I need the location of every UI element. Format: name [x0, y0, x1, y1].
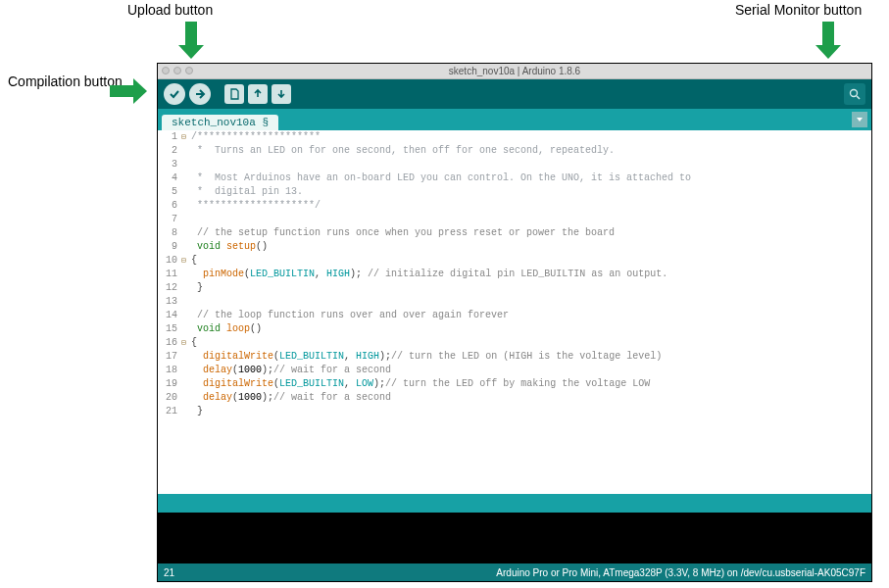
line-number: 4 — [158, 172, 181, 185]
line-number: 17 — [158, 350, 181, 364]
code-line[interactable]: 16⊟{ — [158, 336, 871, 350]
code-line[interactable]: 2 * Turns an LED on for one second, then… — [158, 144, 871, 158]
line-number: 18 — [158, 364, 181, 377]
fold-toggle-icon — [181, 309, 191, 322]
line-number: 5 — [158, 185, 181, 199]
fold-toggle-icon — [181, 172, 191, 185]
code-line[interactable]: 12 } — [158, 281, 871, 295]
minimize-icon[interactable] — [173, 67, 181, 74]
line-number: 1 — [158, 130, 181, 144]
fold-toggle-icon — [181, 364, 191, 377]
serial-monitor-button[interactable] — [844, 83, 865, 105]
code-line[interactable]: 15 void loop() — [158, 322, 871, 336]
line-content[interactable]: digitalWrite(LED_BUILTIN, HIGH);// turn … — [191, 350, 662, 364]
toolbar — [158, 79, 871, 109]
tab-sketch[interactable]: sketch_nov10a § — [162, 115, 278, 130]
line-number: 15 — [158, 322, 181, 336]
line-content[interactable]: * digital pin 13. — [191, 185, 303, 199]
code-line[interactable]: 3 — [158, 158, 871, 172]
fold-toggle-icon — [181, 199, 191, 213]
new-button[interactable] — [224, 84, 244, 104]
anno-upload-label: Upload button — [127, 2, 213, 18]
code-line[interactable]: 5 * digital pin 13. — [158, 185, 871, 199]
fold-toggle-icon — [181, 185, 191, 199]
line-content[interactable]: { — [191, 254, 197, 268]
close-icon[interactable] — [162, 67, 170, 74]
code-line[interactable]: 14 // the loop function runs over and ov… — [158, 309, 871, 322]
line-number: 6 — [158, 199, 181, 213]
fold-toggle-icon — [181, 144, 191, 158]
code-line[interactable]: 6 ********************/ — [158, 199, 871, 213]
zoom-icon[interactable] — [185, 67, 193, 74]
line-content[interactable]: // the loop function runs over and over … — [191, 309, 509, 322]
line-content[interactable]: * Most Arduinos have an on-board LED you… — [191, 172, 691, 185]
line-content[interactable]: digitalWrite(LED_BUILTIN, LOW);// turn t… — [191, 377, 650, 391]
code-line[interactable]: 18 delay(1000);// wait for a second — [158, 364, 871, 377]
line-number: 12 — [158, 281, 181, 295]
traffic-lights[interactable] — [162, 67, 193, 74]
window-title: sketch_nov10a | Arduino 1.8.6 — [449, 66, 580, 76]
code-line[interactable]: 21 } — [158, 405, 871, 418]
line-content[interactable]: } — [191, 405, 203, 418]
line-content[interactable]: ********************/ — [191, 199, 321, 213]
fold-toggle-icon — [181, 391, 191, 405]
fold-toggle-icon — [181, 377, 191, 391]
line-number: 21 — [158, 405, 181, 418]
statusbar: 21 Arduino Pro or Pro Mini, ATmega328P (… — [158, 564, 871, 581]
line-content[interactable]: * Turns an LED on for one second, then o… — [191, 144, 615, 158]
line-content[interactable]: /********************* — [191, 130, 321, 144]
titlebar: sketch_nov10a | Arduino 1.8.6 — [158, 64, 871, 79]
line-number: 9 — [158, 240, 181, 254]
open-button[interactable] — [248, 84, 268, 104]
arduino-ide-window: sketch_nov10a | Arduino 1.8.6 sketch_nov… — [157, 63, 872, 582]
fold-toggle-icon[interactable]: ⊟ — [181, 130, 191, 144]
line-content[interactable]: // the setup function runs once when you… — [191, 226, 615, 240]
verify-button[interactable] — [164, 83, 185, 105]
line-number: 20 — [158, 391, 181, 405]
line-content[interactable]: } — [191, 281, 203, 295]
fold-toggle-icon — [181, 295, 191, 309]
fold-toggle-icon — [181, 405, 191, 418]
upload-button[interactable] — [189, 83, 211, 105]
save-button[interactable] — [272, 84, 291, 104]
code-line[interactable]: 13 — [158, 295, 871, 309]
line-content[interactable]: void loop() — [191, 322, 262, 336]
tabbar: sketch_nov10a § — [158, 109, 871, 130]
line-content[interactable]: pinMode(LED_BUILTIN, HIGH); // initializ… — [191, 268, 667, 281]
code-line[interactable]: 4 * Most Arduinos have an on-board LED y… — [158, 172, 871, 185]
status-line-col: 21 — [164, 567, 174, 578]
anno-serial-label: Serial Monitor button — [735, 2, 862, 18]
code-line[interactable]: 9 void setup() — [158, 240, 871, 254]
fold-toggle-icon[interactable]: ⊟ — [181, 254, 191, 268]
line-number: 13 — [158, 295, 181, 309]
line-number: 14 — [158, 309, 181, 322]
code-line[interactable]: 19 digitalWrite(LED_BUILTIN, LOW);// tur… — [158, 377, 871, 391]
line-content[interactable]: void setup() — [191, 240, 268, 254]
fold-toggle-icon — [181, 158, 191, 172]
code-line[interactable]: 20 delay(1000);// wait for a second — [158, 391, 871, 405]
line-content[interactable]: { — [191, 336, 197, 350]
code-line[interactable]: 7 — [158, 213, 871, 226]
line-number: 8 — [158, 226, 181, 240]
fold-toggle-icon — [181, 281, 191, 295]
line-number: 19 — [158, 377, 181, 391]
tab-menu-button[interactable] — [852, 112, 867, 127]
code-editor[interactable]: 1⊟/*********************2 * Turns an LED… — [158, 130, 871, 497]
code-line[interactable]: 8 // the setup function runs once when y… — [158, 226, 871, 240]
code-line[interactable]: 11 pinMode(LED_BUILTIN, HIGH); // initia… — [158, 268, 871, 281]
fold-toggle-icon[interactable]: ⊟ — [181, 336, 191, 350]
line-number: 10 — [158, 254, 181, 268]
line-number: 7 — [158, 213, 181, 226]
svg-line-1 — [857, 96, 860, 99]
line-content[interactable]: delay(1000);// wait for a second — [191, 364, 391, 377]
console-output[interactable] — [158, 513, 871, 564]
line-content[interactable]: delay(1000);// wait for a second — [191, 391, 391, 405]
line-number: 3 — [158, 158, 181, 172]
line-number: 11 — [158, 268, 181, 281]
code-line[interactable]: 17 digitalWrite(LED_BUILTIN, HIGH);// tu… — [158, 350, 871, 364]
code-line[interactable]: 1⊟/********************* — [158, 130, 871, 144]
fold-toggle-icon — [181, 268, 191, 281]
fold-toggle-icon — [181, 213, 191, 226]
code-line[interactable]: 10⊟{ — [158, 254, 871, 268]
fold-toggle-icon — [181, 350, 191, 364]
